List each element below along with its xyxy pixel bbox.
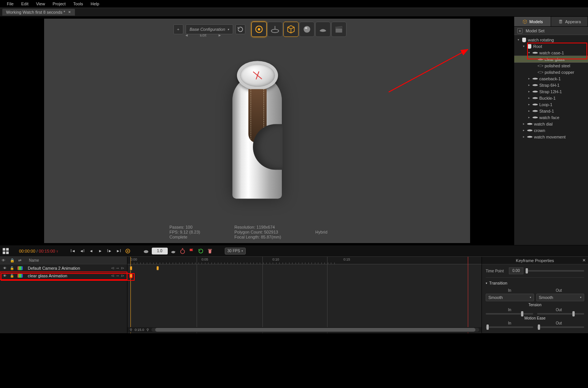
stopwatch-button[interactable] xyxy=(179,248,186,254)
add-modelset-button[interactable]: + xyxy=(517,28,523,33)
render-mode-realtime[interactable] xyxy=(251,22,267,37)
tree-item-strap-6h-1[interactable]: ▸Strap 6H-1 xyxy=(514,82,588,88)
menu-file[interactable]: File xyxy=(3,1,17,7)
tree-item-watch-dial[interactable]: ▸watch dial xyxy=(514,121,588,127)
out-label: Out xyxy=(556,288,562,293)
tree-caret-icon[interactable]: ▾ xyxy=(527,51,531,54)
tree-item-strap-12h-1[interactable]: ▸Strap 12H-1 xyxy=(514,88,588,95)
configuration-dropdown[interactable]: Base Configuration ▾ xyxy=(186,24,234,34)
go-end-button[interactable]: ►I xyxy=(115,248,122,254)
go-start-button[interactable]: I◄ xyxy=(70,248,76,254)
track-row[interactable]: 👁🔓clear glass Animation<I⊸I> xyxy=(0,272,127,280)
tension-out-slider[interactable] xyxy=(537,313,585,315)
track-end-controls[interactable]: <I⊸I> xyxy=(111,266,126,270)
tree-caret-icon[interactable]: ▸ xyxy=(527,103,531,106)
sphere-mode-button[interactable] xyxy=(299,22,315,37)
clapperboard-icon xyxy=(334,24,344,34)
cube-mode-button[interactable] xyxy=(283,22,299,37)
tab-appearances[interactable]: Appeara xyxy=(551,17,588,26)
play-forward-button[interactable]: ► xyxy=(97,248,104,254)
tree-item-polished-steel[interactable]: polished steel xyxy=(514,62,588,69)
svg-rect-10 xyxy=(3,251,5,254)
timeline-zoom-bar[interactable]: ⚲ 0:15.0 ⚲ xyxy=(127,327,482,332)
tree-caret-icon[interactable]: ▸ xyxy=(527,83,531,87)
record-button[interactable] xyxy=(188,248,195,254)
tree-caret-icon[interactable]: ▸ xyxy=(527,90,531,93)
keyframe[interactable] xyxy=(130,266,132,270)
tree-caret-icon[interactable]: ▸ xyxy=(527,109,531,113)
end-marker[interactable] xyxy=(468,257,468,333)
environment-mode-button[interactable] xyxy=(315,22,331,37)
transition-section[interactable]: ▾ Transition xyxy=(486,281,584,285)
zoom-scrollbar[interactable] xyxy=(151,328,479,332)
turntable-mode-button[interactable] xyxy=(267,22,283,37)
tree-item-watch-movement[interactable]: ▸watch movement xyxy=(514,134,588,140)
ease-in-slider[interactable] xyxy=(486,326,533,328)
playback-speed-input[interactable]: 1.0 xyxy=(152,248,168,254)
tree-caret-icon[interactable]: ▸ xyxy=(527,77,531,80)
menu-view[interactable]: View xyxy=(32,1,49,7)
tree-item-caseback-1[interactable]: ▸caseback-1 xyxy=(514,75,588,82)
tree-caret-icon[interactable]: ▸ xyxy=(522,122,526,126)
zoom-in-icon[interactable]: ⚲ xyxy=(146,328,149,332)
clapper-mode-button[interactable] xyxy=(331,22,346,37)
track-visibility-icon[interactable]: 👁 xyxy=(2,266,8,270)
tree-caret-icon[interactable]: ▾ xyxy=(522,45,526,48)
tree-caret-icon[interactable]: ▸ xyxy=(527,116,531,119)
menu-edit[interactable]: Edit xyxy=(17,1,32,7)
close-tab-icon[interactable]: ✕ xyxy=(68,10,71,14)
zoom-out-icon[interactable]: ⚲ xyxy=(130,328,132,332)
ease-in-dropdown[interactable]: Smooth▾ xyxy=(486,294,534,301)
tree-item-watch-face[interactable]: ▸watch face xyxy=(514,114,588,121)
tree-caret-icon[interactable]: ▸ xyxy=(522,135,526,138)
add-config-button[interactable]: + xyxy=(173,24,183,34)
ease-out-dropdown[interactable]: Smooth▾ xyxy=(536,294,585,301)
time-ruler[interactable]: 0:000:050:100:15 xyxy=(127,257,482,264)
tree-item-clear-glass[interactable]: clear glass xyxy=(514,56,588,62)
preview-mode-button[interactable] xyxy=(143,248,149,254)
tree-item-buckle-1[interactable]: ▸Buckle-1 xyxy=(514,95,588,101)
tree-item-watch-rotating[interactable]: ▾watch rotating xyxy=(514,37,588,43)
tree-item-root[interactable]: ▾Root xyxy=(514,43,588,49)
tree-item-crown[interactable]: ▸crown xyxy=(514,127,588,134)
fast-mode-button[interactable] xyxy=(170,248,177,254)
timeline-graph[interactable]: 0:000:050:100:15 xyxy=(127,257,482,333)
keyframe[interactable] xyxy=(156,266,159,270)
time-point-input[interactable]: 0.00 xyxy=(509,267,523,274)
time-point-slider[interactable] xyxy=(526,270,584,272)
tree-caret-icon[interactable]: ▸ xyxy=(527,96,531,100)
fps-dropdown[interactable]: 30 FPS ▾ xyxy=(225,248,246,254)
track-visibility-icon[interactable]: 👁 xyxy=(2,274,8,278)
tree-caret-icon[interactable]: ▾ xyxy=(516,38,520,41)
refresh-icon xyxy=(237,26,244,33)
track-lock-icon[interactable]: 🔓 xyxy=(9,266,15,270)
timeline-settings-button[interactable] xyxy=(124,248,131,254)
tree-item-watch-case-1[interactable]: ▾watch case-1 xyxy=(514,49,588,56)
tree-item-loop-1[interactable]: ▸Loop-1 xyxy=(514,101,588,108)
tab-models[interactable]: Models xyxy=(514,17,551,26)
tree-caret-icon[interactable]: ▸ xyxy=(522,129,526,132)
step-forward-button[interactable]: I► xyxy=(106,248,113,254)
watch-face xyxy=(237,61,278,90)
document-tab[interactable]: Working Watch first 8 seconds * ✕ xyxy=(2,9,75,16)
close-panel-icon[interactable]: ✕ xyxy=(582,258,586,263)
track-end-controls[interactable]: <I⊸I> xyxy=(111,274,126,278)
play-back-button[interactable]: ◄ xyxy=(88,248,95,254)
refresh-config-button[interactable] xyxy=(235,24,245,34)
track-row[interactable]: 👁🔓Default Camera 2 Animation<I⊸I> xyxy=(0,264,127,272)
viewport-3d[interactable]: + Base Configuration ▾ xyxy=(44,19,470,243)
keyframe-selected[interactable] xyxy=(130,274,132,278)
step-back-button[interactable]: ◄I xyxy=(79,248,86,254)
menu-help[interactable]: Help xyxy=(87,1,103,7)
delete-button[interactable] xyxy=(207,248,213,254)
track-lock-icon[interactable]: 🔓 xyxy=(9,274,15,278)
ease-out-slider[interactable] xyxy=(537,326,585,328)
timeline-layout-button[interactable] xyxy=(2,248,9,254)
ring-icon xyxy=(538,71,543,73)
tree-item-polished-copper[interactable]: polished copper xyxy=(514,69,588,75)
tension-in-slider[interactable] xyxy=(486,313,533,315)
loop-button[interactable] xyxy=(197,248,204,254)
menu-project[interactable]: Project xyxy=(49,1,69,7)
tree-item-stand-1[interactable]: ▸Stand-1 xyxy=(514,108,588,114)
menu-tools[interactable]: Tools xyxy=(70,1,87,7)
